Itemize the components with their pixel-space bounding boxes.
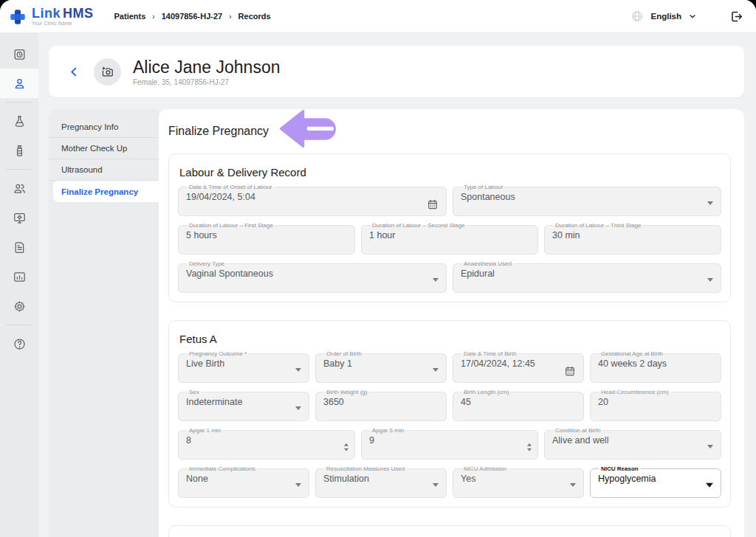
staff-group-icon: [13, 181, 27, 195]
icon-sidebar: [0, 33, 38, 537]
dropdown-caret-icon[interactable]: [295, 406, 301, 410]
sidebar-item-staff[interactable]: [0, 173, 38, 203]
language-selector[interactable]: English: [630, 10, 697, 23]
breadcrumb-records[interactable]: Records: [238, 12, 271, 21]
breadcrumb: Patients › 14097856-HJ-27 › Records: [114, 12, 271, 21]
sidebar-item-reports[interactable]: [0, 232, 38, 262]
sidebar-item-monitor[interactable]: [0, 203, 38, 232]
dropdown-caret-icon[interactable]: [295, 368, 301, 372]
field-birth-weight[interactable]: Birth Weight (g) 3650: [315, 389, 447, 421]
medicine-bottle-icon: [13, 144, 27, 158]
tab-finalize-pregnancy[interactable]: Finalize Pregnancy: [53, 181, 159, 202]
field-head-circumference[interactable]: Head Circumference (cm) 20: [590, 389, 721, 421]
field-apgar-1-min[interactable]: Apgar 1 min 8: [178, 427, 355, 460]
section-title: Fetus A: [179, 333, 721, 346]
sidebar-divider: [6, 102, 32, 103]
back-chevron-icon: [68, 66, 80, 78]
dropdown-caret-icon[interactable]: [433, 278, 439, 282]
finalize-pregnancy-panel: Finalize Pregnancy Labour & Delivery Rec…: [159, 109, 744, 537]
labour-delivery-card: Labour & Delivery Record Date & Time of …: [168, 153, 731, 302]
field-date-time-of-birth[interactable]: Date & Time of Birth 17/04/2024, 12:45: [453, 350, 584, 383]
report-document-icon: [13, 240, 27, 254]
field-order-of-birth[interactable]: Order of Birth Baby 1: [315, 350, 447, 383]
sidebar-item-settings[interactable]: [0, 291, 38, 321]
logout-icon: [729, 10, 743, 24]
schedule-icon: [13, 47, 27, 61]
dropdown-caret-icon[interactable]: [570, 483, 576, 487]
patient-name: Alice Jane Johnson: [133, 58, 280, 77]
globe-icon: [630, 10, 644, 23]
lab-flask-icon: [13, 114, 27, 128]
logout-button[interactable]: [729, 10, 743, 24]
language-label: English: [650, 12, 681, 21]
help-icon: [13, 337, 27, 351]
field-immediate-complications[interactable]: Immediate Complications None: [178, 465, 309, 498]
dropdown-caret-icon[interactable]: [433, 368, 439, 372]
breadcrumb-separator: ›: [152, 13, 154, 21]
dropdown-caret-icon[interactable]: [433, 483, 439, 487]
billing-chart-icon: [13, 270, 27, 284]
monitor-gear-icon: [13, 211, 27, 225]
sidebar-item-patients[interactable]: [0, 69, 38, 98]
dropdown-caret-icon[interactable]: [707, 445, 713, 448]
patient-avatar-upload[interactable]: [94, 58, 121, 86]
breadcrumb-patient-id[interactable]: 14097856-HJ-27: [162, 12, 223, 21]
sidebar-divider: [6, 325, 32, 325]
dropdown-caret-icon[interactable]: [707, 278, 713, 282]
dropdown-caret-icon[interactable]: [707, 201, 713, 205]
dropdown-caret-icon[interactable]: [295, 483, 301, 487]
settings-gear-icon: [13, 299, 27, 313]
dropdown-caret-icon[interactable]: [706, 483, 713, 488]
section-title: Labour & Delivery Record: [179, 166, 721, 179]
patient-icon: [13, 77, 27, 91]
number-stepper-icon[interactable]: [344, 443, 348, 451]
calendar-icon[interactable]: [427, 198, 439, 210]
patient-header-card: Alice Jane Johnson Female, 35, 14097856-…: [49, 46, 744, 97]
breadcrumb-patients[interactable]: Patients: [114, 12, 146, 21]
fetus-b-card: Fetus B: [168, 525, 731, 537]
field-anaesthesia-used[interactable]: Anaesthesia Used Epidural: [453, 260, 721, 293]
field-type-of-labour[interactable]: Type of Labour Spontaneous: [453, 184, 721, 216]
field-condition-at-birth[interactable]: Condition at Birth Alive and well: [544, 427, 721, 460]
record-tabs: Pregnancy Info Mother Check Up Ultrasoun…: [49, 109, 159, 537]
calendar-icon[interactable]: [564, 365, 576, 377]
app-window: LinkHMS Your Clinic Name Patients › 1409…: [0, 0, 756, 537]
fetus-a-card: Fetus A Pregnancy Outcome * Live Birth O…: [168, 320, 731, 507]
field-delivery-type[interactable]: Delivery Type Vaginal Spontaneous: [178, 260, 447, 293]
field-duration-second-stage[interactable]: Duration of Labour – Second Stage 1 hour: [361, 222, 538, 254]
tab-ultrasound[interactable]: Ultrasound: [49, 159, 159, 181]
logo-cross-icon: [8, 7, 27, 27]
patient-meta: Female, 35, 14097856-HJ-27: [133, 78, 280, 86]
sidebar-item-pharmacy[interactable]: [0, 136, 38, 165]
logo-text: LinkHMS: [32, 6, 94, 21]
main-area: Alice Jane Johnson Female, 35, 14097856-…: [38, 33, 756, 537]
sidebar-item-lab[interactable]: [0, 106, 38, 136]
field-apgar-5-min[interactable]: Apgar 5 min 9: [361, 427, 538, 460]
page-title: Finalize Pregnancy: [168, 125, 269, 138]
field-gestational-age[interactable]: Gestational Age at Birth 40 weeks 2 days: [590, 350, 721, 383]
field-sex[interactable]: Sex Indeterminate: [178, 389, 309, 421]
logo-tagline: Your Clinic Name: [32, 21, 94, 26]
tab-mother-check-up[interactable]: Mother Check Up: [49, 138, 159, 159]
sidebar-divider: [6, 169, 32, 170]
field-duration-third-stage[interactable]: Duration of Labour – Third Stage 30 min: [544, 222, 721, 254]
app-logo[interactable]: LinkHMS Your Clinic Name: [8, 6, 94, 27]
field-onset-of-labour[interactable]: Date & Time of Onset of Labour 19/04/202…: [178, 184, 447, 216]
field-pregnancy-outcome[interactable]: Pregnancy Outcome * Live Birth: [178, 350, 309, 383]
number-stepper-icon[interactable]: [527, 443, 532, 451]
back-button[interactable]: [65, 63, 83, 80]
sidebar-item-help[interactable]: [0, 329, 38, 358]
field-resuscitation-measures[interactable]: Resuscitation Measures Used Stimulation: [315, 465, 447, 498]
chevron-down-icon: [688, 12, 697, 21]
field-nicu-reason[interactable]: NICU Reason Hypoglycemia: [590, 465, 721, 498]
sidebar-item-schedule[interactable]: [0, 39, 38, 69]
top-bar: LinkHMS Your Clinic Name Patients › 1409…: [0, 0, 756, 33]
field-duration-first-stage[interactable]: Duration of Labour – First Stage 5 hours: [178, 222, 355, 254]
add-photo-icon: [101, 66, 114, 78]
sidebar-item-billing[interactable]: [0, 262, 38, 291]
field-nicu-admission[interactable]: NICU Admission Yes: [453, 465, 584, 498]
breadcrumb-separator: ›: [229, 13, 231, 21]
field-birth-length[interactable]: Birth Length (cm) 45: [453, 389, 584, 421]
annotation-arrow: [279, 109, 351, 148]
tab-pregnancy-info[interactable]: Pregnancy Info: [49, 117, 159, 138]
